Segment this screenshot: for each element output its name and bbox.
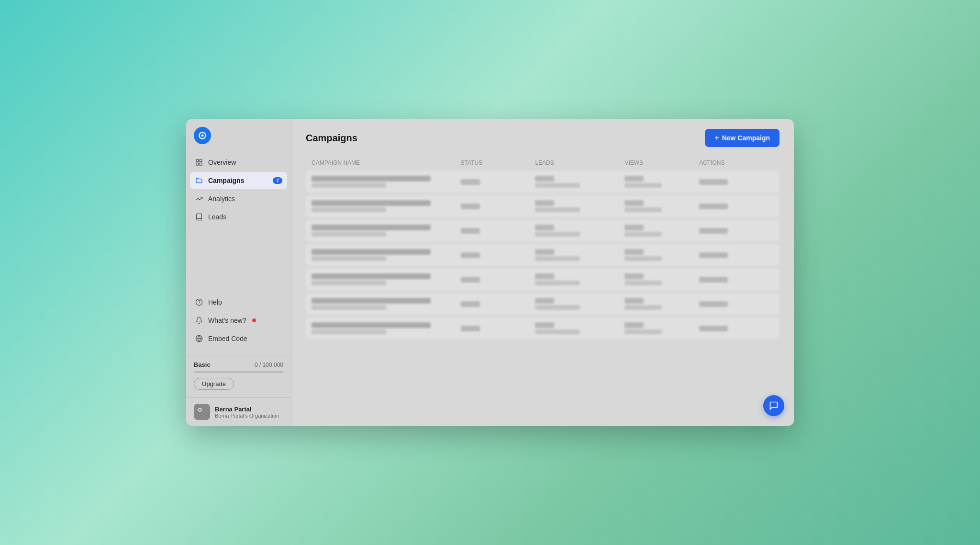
notification-dot xyxy=(252,318,256,322)
user-section[interactable]: Berna Partal Berna Partal's Organization xyxy=(186,397,291,426)
sidebar-item-leads[interactable]: Leads xyxy=(190,208,287,226)
app-logo[interactable] xyxy=(194,127,211,144)
sidebar-item-help-label: Help xyxy=(208,298,222,306)
table-row[interactable] xyxy=(306,220,780,241)
sidebar-logo xyxy=(186,127,291,154)
sidebar-item-overview-label: Overview xyxy=(208,159,236,166)
avatar xyxy=(194,404,210,420)
plan-section: Basic 0 / 100.000 Upgrade xyxy=(186,355,291,396)
user-info: Berna Partal Berna Partal's Organization xyxy=(215,406,279,419)
svg-rect-3 xyxy=(200,159,202,162)
book-icon xyxy=(195,213,203,221)
chat-support-button[interactable] xyxy=(763,395,784,416)
col-views: VIEWS xyxy=(624,159,699,166)
trend-icon xyxy=(195,194,203,203)
table-row[interactable] xyxy=(306,269,780,290)
table-header: CAMPAIGN NAME STATUS LEADS VIEWS ACTIONS xyxy=(306,157,780,169)
sidebar-item-whats-new-label: What's new? xyxy=(208,317,246,324)
bell-icon xyxy=(195,316,203,325)
help-icon xyxy=(195,298,203,307)
col-status: STATUS xyxy=(461,159,535,166)
svg-point-1 xyxy=(201,135,204,137)
page-title: Campaigns xyxy=(306,133,357,144)
user-org: Berna Partal's Organization xyxy=(215,413,279,419)
sidebar-item-analytics[interactable]: Analytics xyxy=(190,190,287,207)
col-actions: ACTIONS xyxy=(699,159,774,166)
col-leads: LEADS xyxy=(535,159,624,166)
new-campaign-label: New Campaign xyxy=(722,134,770,142)
sidebar-item-campaigns-label: Campaigns xyxy=(208,177,244,184)
folder-icon xyxy=(195,176,203,185)
sidebar-item-help[interactable]: Help xyxy=(190,294,287,311)
main-header: Campaigns + New Campaign xyxy=(291,119,794,157)
sidebar: Overview Campaigns 7 Analyt xyxy=(186,119,291,426)
upgrade-button[interactable]: Upgrade xyxy=(194,378,234,390)
col-name: CAMPAIGN NAME xyxy=(312,159,461,166)
sidebar-bottom: Help What's new? xyxy=(186,294,291,348)
campaigns-table: CAMPAIGN NAME STATUS LEADS VIEWS ACTIONS xyxy=(291,157,794,426)
app-window: Overview Campaigns 7 Analyt xyxy=(186,119,794,426)
svg-rect-5 xyxy=(200,163,202,165)
sidebar-item-campaigns[interactable]: Campaigns 7 xyxy=(190,172,287,189)
sidebar-item-whats-new[interactable]: What's new? xyxy=(190,312,287,329)
chart-icon xyxy=(195,158,203,167)
user-name: Berna Partal xyxy=(215,406,279,413)
svg-rect-4 xyxy=(196,163,199,165)
table-row[interactable] xyxy=(306,171,780,193)
table-row[interactable] xyxy=(306,293,780,315)
sidebar-item-overview[interactable]: Overview xyxy=(190,154,287,171)
table-row[interactable] xyxy=(306,244,780,266)
new-campaign-button[interactable]: + New Campaign xyxy=(705,129,780,147)
sidebar-item-embed-code[interactable]: Embed Code xyxy=(190,330,287,347)
table-row[interactable] xyxy=(306,318,780,339)
plan-usage: 0 / 100.000 xyxy=(255,362,283,368)
main-content: Campaigns + New Campaign CAMPAIGN NAME S… xyxy=(291,119,794,426)
svg-rect-2 xyxy=(196,159,199,162)
code-icon xyxy=(195,334,203,343)
svg-rect-10 xyxy=(199,409,201,411)
sidebar-item-embed-code-label: Embed Code xyxy=(208,335,247,342)
plan-progress-bar xyxy=(194,371,283,373)
sidebar-item-analytics-label: Analytics xyxy=(208,195,235,203)
table-row[interactable] xyxy=(306,195,780,217)
campaigns-badge: 7 xyxy=(273,177,282,184)
plan-name: Basic xyxy=(194,361,211,368)
sidebar-item-leads-label: Leads xyxy=(208,213,226,221)
plus-icon: + xyxy=(714,134,719,142)
sidebar-nav: Overview Campaigns 7 Analyt xyxy=(186,154,291,294)
